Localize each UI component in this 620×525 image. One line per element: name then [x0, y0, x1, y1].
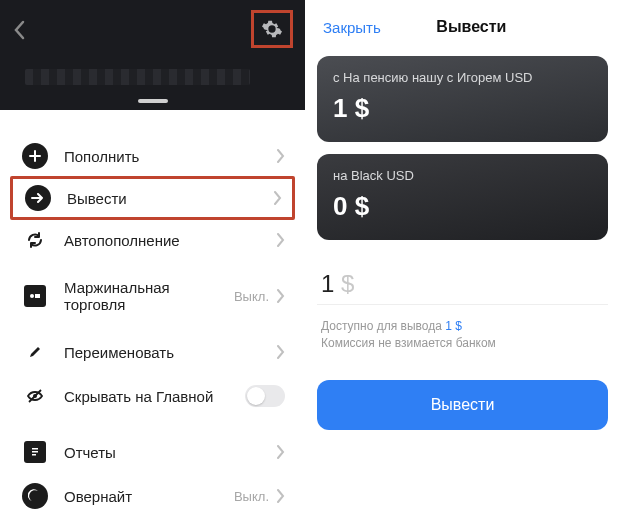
menu-meta: Выкл. — [234, 489, 269, 504]
menu-rename[interactable]: Переименовать — [0, 330, 305, 374]
menu-label: Вывести — [67, 190, 274, 207]
chevron-right-icon — [277, 149, 285, 163]
moon-icon — [22, 483, 48, 509]
from-account-card[interactable]: с На пенсию нашу с Игорем USD 1 $ — [317, 56, 608, 142]
sheet-handle[interactable] — [138, 99, 168, 103]
gear-highlight — [251, 10, 293, 48]
account-header — [0, 0, 305, 110]
menu-margin[interactable]: Маржинальная торговля Выкл. — [0, 274, 305, 318]
fee-note: Комиссия не взимается банком — [317, 336, 608, 350]
available-link[interactable]: 1 $ — [445, 319, 462, 333]
plus-icon — [22, 143, 48, 169]
settings-pane: Пополнить Вывести Автопополнение Маржина… — [0, 0, 305, 525]
menu-overnight[interactable]: Овернайт Выкл. — [0, 474, 305, 518]
menu-topup[interactable]: Пополнить — [0, 134, 305, 178]
card-caption: на Black USD — [333, 168, 592, 183]
menu-label: Переименовать — [64, 344, 277, 361]
margin-icon — [24, 285, 46, 307]
pencil-icon — [22, 339, 48, 365]
withdraw-button[interactable]: Вывести — [317, 380, 608, 430]
available-line: Доступно для вывода 1 $ — [317, 319, 608, 333]
svg-rect-4 — [32, 448, 38, 450]
chevron-right-icon — [277, 233, 285, 247]
gear-icon[interactable] — [261, 18, 283, 40]
menu-label: Маржинальная торговля — [64, 279, 234, 313]
blurred-account-name — [25, 69, 250, 85]
withdraw-highlight: Вывести — [10, 176, 295, 220]
arrow-right-icon — [25, 185, 51, 211]
refresh-icon — [22, 227, 48, 253]
menu-label: Овернайт — [64, 488, 234, 505]
menu-label: Автопополнение — [64, 232, 277, 249]
menu-hide[interactable]: Скрывать на Главной — [0, 374, 305, 418]
chevron-right-icon — [274, 191, 282, 205]
chevron-right-icon — [277, 345, 285, 359]
amount-value: 1 — [321, 270, 334, 297]
svg-rect-5 — [32, 451, 38, 453]
menu-reports[interactable]: Отчеты — [0, 430, 305, 474]
menu-label: Отчеты — [64, 444, 277, 461]
menu-label: Пополнить — [64, 148, 277, 165]
svg-point-0 — [30, 294, 34, 298]
svg-rect-1 — [35, 294, 40, 298]
chevron-right-icon — [277, 289, 285, 303]
card-amount: 0 $ — [333, 191, 592, 222]
available-prefix: Доступно для вывода — [321, 319, 445, 333]
document-icon — [24, 441, 46, 463]
chevron-right-icon — [277, 489, 285, 503]
card-amount: 1 $ — [333, 93, 592, 124]
page-title: Вывести — [341, 18, 602, 36]
menu-list: Пополнить Вывести Автопополнение Маржина… — [0, 110, 305, 518]
to-account-card[interactable]: на Black USD 0 $ — [317, 154, 608, 240]
chevron-right-icon — [277, 445, 285, 459]
menu-label: Скрывать на Главной — [64, 388, 245, 405]
menu-meta: Выкл. — [234, 289, 269, 304]
withdraw-pane: Закрыть Вывести с На пенсию нашу с Игоре… — [305, 0, 620, 525]
hide-toggle[interactable] — [245, 385, 285, 407]
back-icon[interactable] — [14, 20, 26, 40]
card-caption: с На пенсию нашу с Игорем USD — [333, 70, 592, 85]
amount-input[interactable]: 1 $ — [317, 270, 608, 305]
menu-withdraw[interactable]: Вывести — [13, 179, 292, 217]
eye-off-icon — [22, 383, 48, 409]
menu-autotopup[interactable]: Автопополнение — [0, 218, 305, 262]
svg-rect-6 — [32, 454, 36, 456]
amount-currency: $ — [341, 270, 354, 297]
withdraw-header: Закрыть Вывести — [317, 0, 608, 44]
